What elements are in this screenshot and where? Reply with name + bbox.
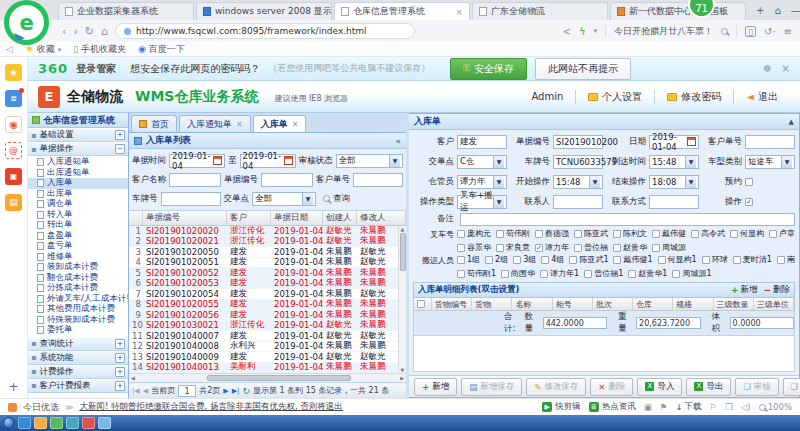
- checkbox-icon[interactable]: [769, 230, 777, 238]
- 车型类别-input[interactable]: 短途车▼: [745, 155, 795, 169]
- game-icon[interactable]: ▣: [644, 402, 652, 412]
- taskbar-app[interactable]: [98, 417, 111, 429]
- worker-option-容景华[interactable]: 容景华: [457, 242, 491, 253]
- sidebar-section-系统功能[interactable]: ▪系统功能+: [28, 351, 128, 365]
- speed-icon[interactable]: ϟ: [579, 26, 586, 37]
- search-icon[interactable]: [721, 28, 728, 35]
- weibo-icon[interactable]: ◉: [5, 116, 22, 133]
- checkbox-icon[interactable]: [733, 256, 741, 264]
- col-modifier[interactable]: 修改人: [357, 211, 406, 225]
- checkbox-icon[interactable]: [672, 270, 680, 278]
- minimize-button[interactable]: —: [791, 5, 800, 16]
- last-page-icon[interactable]: ▶|: [232, 387, 240, 395]
- chevron-down-icon[interactable]: ▾: [594, 27, 598, 35]
- chevron-down-icon[interactable]: ▼: [781, 156, 792, 168]
- detail-col-货物[interactable]: 货物: [472, 298, 512, 310]
- detail-col-规格[interactable]: 规格: [673, 298, 713, 310]
- checkbox-icon[interactable]: [496, 244, 504, 252]
- expand-section-icon[interactable]: +: [115, 367, 125, 377]
- collapse-section-icon[interactable]: −: [115, 144, 125, 154]
- sidebar-item-特殊装卸成本计费[interactable]: 特殊装卸成本计费: [28, 315, 128, 326]
- checkbox-icon[interactable]: [613, 256, 621, 264]
- chevron-down-icon[interactable]: ▼: [389, 155, 400, 167]
- 导出-button[interactable]: X导出: [686, 378, 731, 396]
- worker-option-麦时清1[interactable]: 麦时清1: [733, 254, 772, 265]
- checkbox-icon[interactable]: [658, 256, 666, 264]
- header-menu-1[interactable]: 修改密码: [654, 90, 733, 104]
- save-password-button[interactable]: ⚿安全保存: [450, 58, 527, 80]
- expand-section-icon[interactable]: +: [115, 130, 125, 140]
- url-field[interactable]: http://www.fsqcwl.com:8095/framework/ind…: [115, 23, 415, 39]
- checkbox-icon[interactable]: [613, 244, 621, 252]
- taskbar-app[interactable]: [34, 417, 47, 429]
- sidebar-item-入库单[interactable]: 入库单: [28, 178, 128, 189]
- close-tab-icon[interactable]: ✕: [292, 120, 299, 129]
- 联系方式-input[interactable]: [649, 195, 699, 209]
- 操作-checkbox[interactable]: ✓: [745, 198, 753, 206]
- browser-tab[interactable]: windows server 2008 显示隐: [196, 2, 332, 20]
- checkbox-icon[interactable]: [496, 230, 504, 238]
- 新增-button[interactable]: +新增: [414, 378, 457, 396]
- worker-option-曾位福1[interactable]: 曾位福1: [584, 268, 623, 279]
- detail-col-柜号[interactable]: 柜号: [553, 298, 593, 310]
- col-date[interactable]: 单据日期: [271, 211, 323, 225]
- sidebar-item-盘盈单[interactable]: 盘盈单: [28, 231, 128, 242]
- 预约-checkbox[interactable]: [745, 178, 753, 186]
- checkbox-icon[interactable]: [501, 270, 509, 278]
- sidebar-item-盘亏单[interactable]: 盘亏单: [28, 241, 128, 252]
- calendar-icon[interactable]: [284, 156, 293, 165]
- 客户-input[interactable]: 建发: [457, 135, 507, 149]
- checkbox-icon[interactable]: [457, 256, 465, 264]
- next-page-icon[interactable]: ▶: [223, 387, 228, 395]
- sidebar-item-分拣成本计费[interactable]: 分拣成本计费: [28, 283, 128, 294]
- first-page-icon[interactable]: |◀: [132, 387, 140, 395]
- collapse-up-icon[interactable]: ▲: [789, 118, 794, 126]
- checkbox-icon[interactable]: [652, 230, 660, 238]
- expand-section-icon[interactable]: +: [115, 339, 125, 349]
- checkbox-icon[interactable]: [535, 230, 543, 238]
- zoom-control[interactable]: 100%: [759, 402, 792, 412]
- checkbox-icon[interactable]: [628, 270, 636, 278]
- header-menu-2[interactable]: ◄退出: [733, 90, 790, 104]
- checkbox-icon[interactable]: [541, 256, 549, 264]
- worker-option-赵贵华[interactable]: 赵贵华: [613, 242, 647, 253]
- worker-option-1组[interactable]: 1组: [457, 254, 480, 265]
- checkbox-icon[interactable]: [457, 230, 465, 238]
- 交单点-input[interactable]: C仓▼: [457, 155, 507, 169]
- collapse-panel-icon[interactable]: «: [395, 136, 401, 146]
- sidebar-item-转入单[interactable]: 转入单: [28, 210, 128, 221]
- sidebar-item-外请叉车/人工成本计费[interactable]: 外请叉车/人工成本计费: [28, 294, 128, 305]
- refresh-icon[interactable]: ↻: [242, 386, 250, 396]
- tab-首页[interactable]: 首页: [131, 115, 177, 132]
- calendar-icon[interactable]: [213, 156, 222, 165]
- 车牌号-input[interactable]: TCNU6033579: [553, 155, 603, 169]
- start-button[interactable]: [3, 417, 15, 429]
- worker-option-尚国华[interactable]: 尚国华: [501, 268, 535, 279]
- vertical-scrollbar[interactable]: ▲ ▼: [398, 226, 406, 373]
- detail-col-仓库[interactable]: 仓库: [633, 298, 673, 310]
- calendar-icon[interactable]: [687, 137, 696, 146]
- bookmark-phone[interactable]: ▯ 手机收藏夹: [73, 43, 126, 56]
- 结束操作-input[interactable]: 18:08▼: [649, 175, 699, 189]
- feed-icon[interactable]: ≣: [5, 90, 22, 107]
- worker-option-陈亚武[interactable]: 陈亚武: [574, 228, 608, 239]
- chevron-down-icon[interactable]: ▼: [302, 193, 313, 205]
- expand-section-icon[interactable]: +: [115, 353, 125, 363]
- 操作类型-input[interactable]: 叉车+搬运▼: [457, 195, 507, 209]
- sidebar-item-入库通知单[interactable]: 入库通知单: [28, 157, 128, 168]
- chevron-down-icon[interactable]: ▼: [493, 196, 504, 208]
- chevron-down-icon[interactable]: ▼: [685, 176, 696, 188]
- checkbox-icon[interactable]: [702, 256, 710, 264]
- sidebar-section-基础设置[interactable]: ▪基础设置+: [28, 128, 128, 142]
- taskbar-app[interactable]: [18, 417, 31, 429]
- worker-option-宋良意[interactable]: 宋良意: [496, 242, 530, 253]
- detail-col-名称[interactable]: 名称: [512, 298, 552, 310]
- 到达时间-input[interactable]: 15:48▼: [649, 155, 699, 169]
- detail-col-批次[interactable]: 批次: [593, 298, 633, 310]
- worker-option-戴伟健[interactable]: 戴伟健: [652, 228, 686, 239]
- settings-gear-icon[interactable]: ☸: [763, 63, 772, 74]
- worker-option-谭力年1[interactable]: 谭力年1: [540, 268, 579, 279]
- chevron-down-icon[interactable]: ▼: [685, 156, 696, 168]
- skin-icon[interactable]: ⌂: [774, 5, 780, 16]
- worker-option-周城源1[interactable]: 周城源1: [672, 268, 711, 279]
